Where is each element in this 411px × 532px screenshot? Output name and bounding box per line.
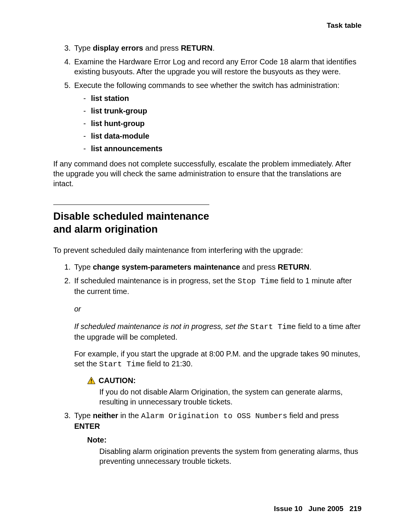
list-text: Type display errors and press RETURN. bbox=[74, 44, 215, 52]
command-item: list station bbox=[83, 93, 362, 103]
caution-icon bbox=[87, 377, 96, 384]
paragraph: If scheduled maintenance is not in progr… bbox=[74, 321, 362, 342]
footer-date: June 2005 bbox=[309, 505, 344, 513]
list-text: If scheduled maintenance is in progress,… bbox=[74, 276, 352, 296]
caution-header: CAUTION: bbox=[87, 375, 362, 385]
text: Type bbox=[74, 44, 93, 52]
bold-text: neither bbox=[93, 411, 118, 420]
page-footer: Issue 10 June 2005 219 bbox=[274, 504, 362, 514]
list-item: 2. If scheduled maintenance is in progre… bbox=[74, 276, 362, 407]
list-number: 4. bbox=[64, 57, 71, 67]
section-heading: Disable scheduled maintenance and alarm … bbox=[53, 210, 362, 236]
footer-issue: Issue 10 bbox=[274, 505, 303, 513]
caution-body: If you do not disable Alarm Origination,… bbox=[99, 387, 362, 407]
list-text: Examine the Hardware Error Log and recor… bbox=[74, 58, 356, 76]
code-text: Start Time bbox=[250, 323, 296, 331]
text: Type bbox=[74, 263, 93, 271]
text: Type bbox=[74, 411, 93, 420]
text: . bbox=[213, 44, 215, 52]
section-intro: To prevent scheduled daily maintenance f… bbox=[53, 245, 362, 255]
note-label: Note: bbox=[87, 435, 362, 445]
or-separator: or bbox=[74, 304, 362, 314]
procedure-list-1: 3. Type display errors and press RETURN.… bbox=[53, 43, 362, 153]
caution-label: CAUTION: bbox=[99, 375, 136, 385]
footer-page: 219 bbox=[349, 505, 362, 513]
heading-line-2: and alarm origination bbox=[53, 224, 158, 235]
text: . bbox=[309, 263, 312, 271]
list-number: 5. bbox=[64, 80, 71, 90]
page-content: 3. Type display errors and press RETURN.… bbox=[53, 43, 362, 466]
section-divider bbox=[53, 204, 209, 205]
svg-rect-2 bbox=[91, 382, 92, 383]
list-text: Execute the following commands to see wh… bbox=[74, 81, 339, 89]
command-item: list data-module bbox=[83, 131, 362, 141]
page: Task table 3. Type display errors and pr… bbox=[0, 0, 411, 532]
list-number: 2. bbox=[64, 276, 71, 286]
command-item: list trunk-group bbox=[83, 106, 362, 116]
note-block: Note: Disabling alarm origination preven… bbox=[87, 435, 362, 466]
list-item: 4. Examine the Hardware Error Log and re… bbox=[74, 57, 362, 77]
list-number: 1. bbox=[64, 262, 71, 272]
italic-text: If scheduled maintenance is not in progr… bbox=[74, 322, 250, 331]
paragraph: If any command does not complete success… bbox=[53, 159, 362, 189]
command-item: list hunt-group bbox=[83, 118, 362, 128]
code-text: Stop Time bbox=[237, 277, 279, 286]
text: If scheduled maintenance is in progress,… bbox=[74, 276, 237, 285]
bold-text: display errors bbox=[93, 44, 143, 52]
text: and press bbox=[143, 44, 181, 52]
heading-line-1: Disable scheduled maintenance bbox=[53, 211, 209, 222]
text: field to 21:30. bbox=[145, 359, 193, 368]
command-list: list station list trunk-group list hunt-… bbox=[74, 93, 362, 153]
list-item: 5. Execute the following commands to see… bbox=[74, 80, 362, 153]
command-item: list announcements bbox=[83, 144, 362, 153]
bold-text: RETURN bbox=[278, 263, 309, 271]
procedure-list-2: 1. Type change system-parameters mainten… bbox=[53, 262, 362, 466]
code-text: Alarm Origination to OSS Numbers bbox=[141, 412, 287, 420]
text: field and press bbox=[287, 411, 339, 420]
note-body: Disabling alarm origination prevents the… bbox=[99, 446, 362, 466]
caution-block: CAUTION: If you do not disable Alarm Ori… bbox=[87, 375, 362, 407]
list-number: 3. bbox=[64, 43, 71, 53]
bold-text: change system-parameters maintenance bbox=[93, 263, 240, 271]
list-number: 3. bbox=[64, 411, 71, 420]
text: and press bbox=[240, 263, 278, 271]
svg-rect-1 bbox=[91, 379, 92, 382]
text: in the bbox=[118, 411, 141, 420]
bold-text: ENTER bbox=[74, 422, 100, 430]
list-item: 3. Type neither in the Alarm Origination… bbox=[74, 411, 362, 466]
list-item: 3. Type display errors and press RETURN. bbox=[74, 43, 362, 53]
list-text: Type neither in the Alarm Origination to… bbox=[74, 411, 339, 430]
code-text: Start Time bbox=[99, 360, 145, 369]
list-item: 1. Type change system-parameters mainten… bbox=[74, 262, 362, 272]
paragraph: For example, if you start the upgrade at… bbox=[74, 349, 362, 369]
list-text: Type change system-parameters maintenanc… bbox=[74, 263, 312, 271]
header-section-title: Task table bbox=[327, 21, 362, 30]
bold-text: RETURN bbox=[181, 44, 212, 52]
